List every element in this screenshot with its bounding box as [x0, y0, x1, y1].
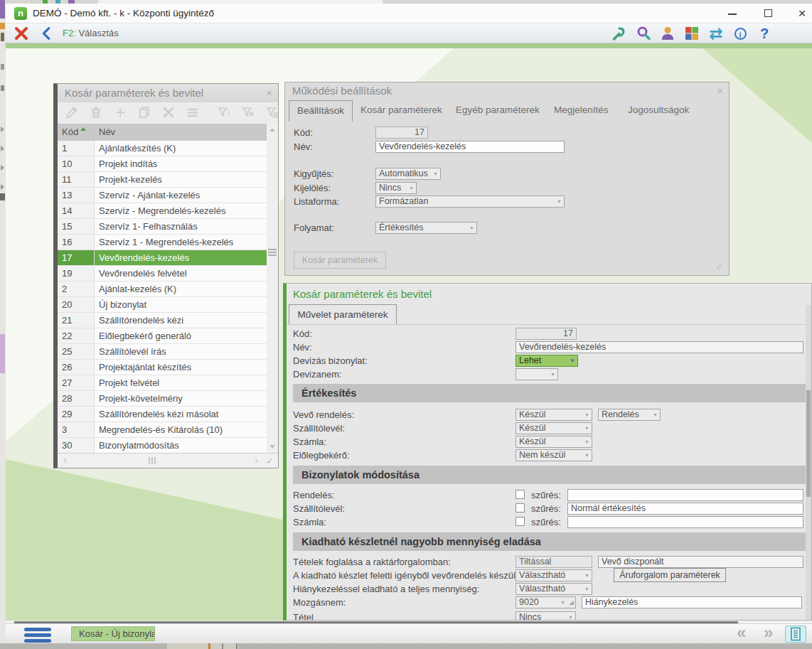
szallitolevel-checkbox[interactable] [515, 503, 525, 513]
table-row[interactable]: 22Előlegbekérő generáló [58, 328, 267, 344]
tab-jogosultsagok[interactable]: Jogosultságok [628, 104, 689, 115]
table-row[interactable]: 15Szervíz 1- Felhasználás [58, 219, 267, 235]
maximize-button[interactable] [752, 4, 784, 23]
vertical-scrollbar[interactable] [267, 124, 278, 453]
filter-add-button[interactable] [264, 105, 279, 121]
kigyujtes-dropdown[interactable]: Automatikus▼ [375, 168, 441, 180]
szamla-checkbox[interactable] [515, 517, 525, 526]
kod-field[interactable]: 17 [375, 127, 428, 139]
folyamat-dropdown[interactable]: Értékesítés▼ [375, 222, 477, 234]
table-row[interactable]: 20Új bizonylat [58, 297, 267, 313]
table-row[interactable]: 13Szervíz - Ajánlat-kezelés [58, 188, 267, 203]
vevo-rendeles-dropdown[interactable]: Készül▼ [515, 409, 592, 421]
menu-button[interactable] [24, 628, 51, 645]
delete-button[interactable] [87, 105, 105, 121]
tab-beallitasok[interactable]: Beállítások [289, 100, 353, 122]
table-row[interactable]: 30Bizonylatmódosítás [58, 438, 267, 454]
table-row[interactable]: 21Szállítórendelés kézi [58, 313, 267, 328]
szallitolevel-dropdown[interactable]: Készül▼ [515, 422, 592, 434]
menu-button[interactable] [184, 105, 201, 121]
kosar-parameterek-button[interactable]: Kosár paraméterek [294, 252, 386, 269]
table-row[interactable]: 17Vevőrendelés-kezelés [58, 250, 267, 266]
foglalas-mode-field[interactable]: Vevő diszponált [598, 556, 803, 568]
table-row[interactable]: 27Projekt felvétel [58, 375, 267, 391]
transfer-button[interactable]: ⇄ [705, 25, 727, 42]
table-row[interactable]: 11Projekt-kezelés [58, 172, 267, 188]
cell-kod: 21 [58, 313, 95, 328]
szamla-dropdown[interactable]: Készül▼ [515, 436, 592, 448]
mozgasnem-combo[interactable]: 9020 ▼ ◢ [515, 596, 576, 608]
partial-row-dropdown[interactable]: Nincs▼ [515, 611, 576, 621]
search-button[interactable] [632, 25, 655, 42]
detail-vertical-scrollbar[interactable] [806, 305, 811, 620]
table-row[interactable]: 2Ajánlat-kezelés (K) [58, 281, 267, 297]
szallitolevel-szures-field[interactable]: Normál értékesítés [567, 503, 803, 515]
aruforgalom-parameterek-button[interactable]: Áruforgalom paraméterek [614, 568, 726, 582]
add-button[interactable]: + [112, 105, 129, 121]
tools-button[interactable] [160, 105, 177, 121]
filter-button[interactable] [215, 105, 233, 121]
next-page-button[interactable]: » [764, 623, 773, 643]
close-panel-icon[interactable]: × [266, 87, 272, 99]
table-row[interactable]: 28Projekt-követelmény [58, 391, 267, 407]
hscroll-grip[interactable] [149, 457, 156, 464]
f2-select-label[interactable]: F2: Választás [63, 28, 119, 38]
modules-button[interactable] [680, 25, 703, 42]
tab-kosar-parameterek[interactable]: Kosár paraméterek [360, 104, 442, 115]
copy-button[interactable] [136, 105, 153, 121]
list-toolbar: + [58, 102, 278, 124]
table-row[interactable]: 29Szállítórendelés kézi másolat [58, 407, 267, 422]
minimize-button[interactable] [717, 4, 748, 23]
document-view-button[interactable] [785, 626, 806, 643]
previous-page-button[interactable]: « [737, 623, 746, 643]
nev-field[interactable]: Vevőrendelés-kezelés [375, 141, 565, 153]
row-drag-handle[interactable] [268, 249, 277, 257]
listaforma-dropdown[interactable]: Formázatlan▼ [375, 195, 565, 208]
kijeloles-dropdown[interactable]: Nincs▼ [375, 182, 417, 194]
cancel-button[interactable] [10, 25, 33, 42]
kiadhato-dropdown[interactable]: Választható▼ [515, 569, 592, 581]
table-header[interactable]: Kód Név [58, 124, 267, 141]
status-tab-kosar[interactable]: Kosár - Új bizonylat [71, 626, 155, 641]
vevo-rendeles-type-dropdown[interactable]: Rendelés▼ [598, 409, 661, 421]
foglalas-field[interactable]: Tiltással [515, 556, 592, 568]
close-panel-icon[interactable]: × [717, 85, 723, 97]
table-row[interactable]: 3Megrendelés-és Kitárolás (10) [58, 422, 267, 438]
column-header-kod[interactable]: Kód [62, 124, 78, 141]
table-row[interactable]: 19Vevőrendelés felvétel [58, 266, 267, 281]
devizas-bizonylat-dropdown[interactable]: Lehet▼ [515, 355, 578, 367]
table-row[interactable]: 26Projektajánlat készítés [58, 360, 267, 375]
tab-megjelenites[interactable]: Megjelenítés [554, 104, 609, 115]
tab-egyeb-parameterek[interactable]: Egyéb paraméterek [456, 104, 540, 115]
hianykezeles-dropdown[interactable]: Választható▼ [515, 583, 592, 595]
back-button[interactable] [36, 25, 58, 42]
rendeles-checkbox[interactable] [515, 490, 525, 499]
info-button[interactable]: i [729, 25, 752, 42]
devizanem-dropdown[interactable]: ▼ [515, 368, 558, 380]
column-header-nev[interactable]: Név [99, 124, 115, 141]
help-button[interactable]: ? [753, 25, 776, 42]
scroll-right-icon[interactable]: › [255, 454, 258, 466]
user-button[interactable] [656, 25, 679, 42]
table-row[interactable]: 14Szervíz - Megrendelés-kezelés [58, 203, 267, 219]
scroll-left-icon[interactable]: ‹ [63, 454, 67, 466]
filter-clear-button[interactable] [240, 105, 257, 121]
tab-muvelet-parameterek[interactable]: Művelet paraméterek [289, 304, 397, 324]
kod-field[interactable]: 17 [515, 328, 577, 340]
cell-nev: Ajánlatkészítés (K) [95, 141, 267, 156]
close-window-button[interactable]: × [786, 4, 812, 23]
edit-button[interactable] [63, 105, 80, 121]
rendeles-szures-field[interactable] [567, 489, 803, 501]
table-row[interactable]: 10Projekt indítás [58, 156, 267, 172]
table-row[interactable]: 25Szállítólevél írás [58, 344, 267, 360]
elolegbekero-dropdown[interactable]: Nem készül▼ [515, 449, 592, 461]
nev-field[interactable]: Vevőrendelés-kezelés [515, 341, 803, 353]
horizontal-scrollbar[interactable]: ‹ › ✓ [58, 453, 278, 468]
scroll-down-icon[interactable] [269, 445, 275, 449]
mozgasnem-name-field[interactable]: Hiánykezelés [582, 596, 802, 608]
table-row[interactable]: 1Ajánlatkészítés (K) [58, 141, 267, 156]
table-row[interactable]: 16Szervíz 1 - Megrendelés-kezelés [58, 235, 267, 250]
scroll-up-icon[interactable] [269, 128, 275, 132]
settings-button[interactable] [608, 25, 631, 42]
szamla-szures-field[interactable] [567, 516, 803, 528]
